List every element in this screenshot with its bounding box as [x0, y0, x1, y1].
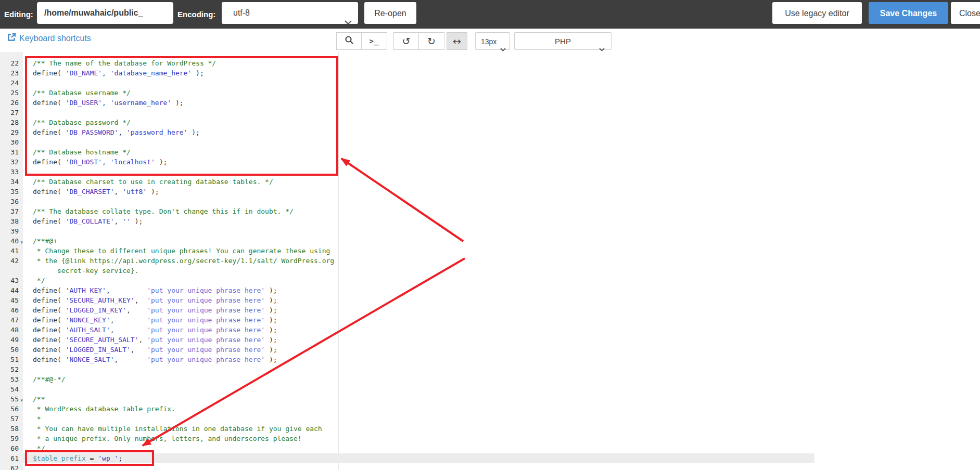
- code-line[interactable]: define( 'DB_CHARSET', 'utf8' );: [23, 187, 814, 197]
- word-wrap-toggle-button[interactable]: ↔: [447, 32, 467, 50]
- save-changes-button[interactable]: Save Changes: [869, 2, 948, 24]
- code-line[interactable]: secret-key service}.: [23, 266, 814, 276]
- code-line[interactable]: define( 'DB_HOST', 'localhost' );: [23, 157, 814, 167]
- line-number[interactable]: 43: [0, 276, 23, 285]
- code-line[interactable]: [23, 463, 814, 470]
- code-line[interactable]: /** Database charset to use in creating …: [23, 177, 814, 187]
- code-line[interactable]: * WordPress database table prefix.: [23, 404, 814, 414]
- code-editor[interactable]: 22232425262728293031323334353637383940▾4…: [0, 52, 980, 470]
- code-line[interactable]: * Change these to different unique phras…: [23, 246, 814, 256]
- line-number[interactable]: 37: [0, 206, 23, 216]
- line-number[interactable]: 23: [0, 68, 23, 78]
- line-number[interactable]: 62: [0, 463, 23, 470]
- line-number[interactable]: 28: [0, 118, 23, 127]
- code-line[interactable]: [23, 167, 814, 177]
- use-legacy-editor-button[interactable]: Use legacy editor: [772, 2, 862, 24]
- line-number[interactable]: 30: [0, 137, 23, 147]
- file-path-input[interactable]: [37, 2, 173, 24]
- code-line[interactable]: define( 'AUTH_SALT', 'put your unique ph…: [23, 325, 814, 335]
- encoding-select[interactable]: utf-8: [222, 2, 358, 24]
- code-line[interactable]: * the {@link https://api.wordpress.org/s…: [23, 256, 814, 266]
- line-number[interactable]: 42: [0, 256, 23, 266]
- code-line[interactable]: *: [23, 414, 814, 424]
- line-number[interactable]: 31: [0, 147, 23, 157]
- code-line[interactable]: [23, 197, 814, 206]
- search-button[interactable]: [336, 32, 362, 50]
- line-number[interactable]: 47: [0, 315, 23, 325]
- line-number[interactable]: 24: [0, 78, 23, 88]
- line-number[interactable]: 50: [0, 345, 23, 355]
- line-number[interactable]: 34: [0, 177, 23, 187]
- code-line[interactable]: define( 'SECURE_AUTH_KEY', 'put your uni…: [23, 295, 814, 305]
- line-number[interactable]: 44: [0, 285, 23, 295]
- code-line[interactable]: [23, 226, 814, 236]
- line-number[interactable]: 57: [0, 414, 23, 424]
- code-line[interactable]: */: [23, 443, 814, 453]
- font-size-select[interactable]: 13px: [475, 32, 510, 50]
- line-number[interactable]: 27: [0, 108, 23, 118]
- code-line[interactable]: [23, 364, 814, 374]
- line-number[interactable]: [0, 266, 23, 276]
- code-line[interactable]: /** Database username */: [23, 88, 814, 98]
- code-line[interactable]: * You can have multiple installations in…: [23, 424, 814, 434]
- code-line[interactable]: /** The database collate type. Don't cha…: [23, 206, 814, 216]
- code-line[interactable]: */: [23, 276, 814, 285]
- code-line[interactable]: /** The name of the database for WordPre…: [23, 58, 814, 68]
- reopen-button[interactable]: Re-open: [364, 2, 416, 24]
- keyboard-shortcuts-label: Keyboard shortcuts: [19, 34, 91, 43]
- line-number[interactable]: 51: [0, 355, 23, 364]
- code-line[interactable]: define( 'DB_COLLATE', '' );: [23, 216, 814, 226]
- code-line[interactable]: define( 'DB_NAME', 'database_name_here' …: [23, 68, 814, 78]
- line-number[interactable]: 61: [0, 453, 23, 463]
- line-number[interactable]: 32: [0, 157, 23, 167]
- line-number[interactable]: 29: [0, 127, 23, 137]
- line-number[interactable]: 60: [0, 443, 23, 453]
- line-number[interactable]: 41: [0, 246, 23, 256]
- code-line[interactable]: /**#@-*/: [23, 374, 814, 384]
- code-line[interactable]: /** Database hostname */: [23, 147, 814, 157]
- code-line[interactable]: $table_prefix = 'wp_';: [23, 453, 814, 463]
- code-line[interactable]: /**#@+: [23, 236, 814, 246]
- code-line[interactable]: define( 'DB_USER', 'username_here' );: [23, 98, 814, 108]
- code-line[interactable]: define( 'DB_PASSWORD', 'password_here' )…: [23, 127, 814, 137]
- undo-button[interactable]: ↺: [393, 32, 419, 50]
- line-number[interactable]: 53: [0, 374, 23, 384]
- language-select[interactable]: PHP: [514, 32, 612, 50]
- code-line[interactable]: [23, 78, 814, 88]
- code-line[interactable]: /**: [23, 394, 814, 404]
- code-line[interactable]: * a unique prefix. Only numbers, letters…: [23, 434, 814, 443]
- code-line[interactable]: define( 'LOGGED_IN_SALT', 'put your uniq…: [23, 345, 814, 355]
- code-line[interactable]: define( 'NONCE_KEY', 'put your unique ph…: [23, 315, 814, 325]
- line-number[interactable]: 40▾: [0, 236, 23, 246]
- line-number[interactable]: 36: [0, 197, 23, 206]
- line-number[interactable]: 48: [0, 325, 23, 335]
- terminal-button[interactable]: >_: [362, 32, 387, 50]
- line-number[interactable]: 25: [0, 88, 23, 98]
- line-number[interactable]: 52: [0, 364, 23, 374]
- line-number[interactable]: 49: [0, 335, 23, 345]
- code-line[interactable]: define( 'AUTH_KEY', 'put your unique phr…: [23, 285, 814, 295]
- code-line[interactable]: define( 'SECURE_AUTH_SALT', 'put your un…: [23, 335, 814, 345]
- line-number[interactable]: 22: [0, 58, 23, 68]
- line-number[interactable]: 56: [0, 404, 23, 414]
- line-number[interactable]: 38: [0, 216, 23, 226]
- code-line[interactable]: [23, 384, 814, 394]
- line-number[interactable]: 54: [0, 384, 23, 394]
- line-number[interactable]: 39: [0, 226, 23, 236]
- code-line[interactable]: define( 'NONCE_SALT', 'put your unique p…: [23, 355, 814, 364]
- line-number[interactable]: 26: [0, 98, 23, 108]
- line-number[interactable]: 58: [0, 424, 23, 434]
- code-line[interactable]: [23, 108, 814, 118]
- line-number[interactable]: 45: [0, 295, 23, 305]
- keyboard-shortcuts-link[interactable]: Keyboard shortcuts: [7, 33, 91, 44]
- close-button[interactable]: Close: [951, 2, 980, 24]
- code-line[interactable]: [23, 137, 814, 147]
- code-line[interactable]: define( 'LOGGED_IN_KEY', 'put your uniqu…: [23, 305, 814, 315]
- line-number[interactable]: 59: [0, 434, 23, 443]
- redo-button[interactable]: ↻: [419, 32, 444, 50]
- line-number[interactable]: 35: [0, 187, 23, 197]
- code-line[interactable]: /** Database password */: [23, 118, 814, 127]
- line-number[interactable]: 46: [0, 305, 23, 315]
- line-number[interactable]: 55▾: [0, 394, 23, 404]
- line-number[interactable]: 33: [0, 167, 23, 177]
